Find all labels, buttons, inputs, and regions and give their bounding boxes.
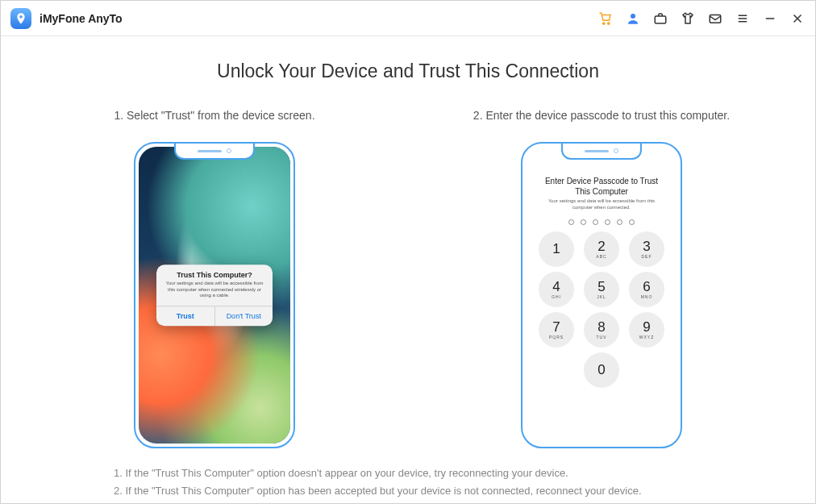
- minimize-button[interactable]: [762, 10, 778, 27]
- trust-button: Trust: [156, 306, 215, 326]
- passcode-screen: Enter Device Passcode to Trust This Comp…: [526, 147, 677, 444]
- trust-dialog: Trust This Computer? Your settings and d…: [156, 264, 273, 326]
- main-content: Unlock Your Device and Trust This Connec…: [1, 36, 815, 504]
- phone-notch: [174, 144, 255, 160]
- passcode-dots: [568, 219, 635, 225]
- mail-icon[interactable]: [707, 10, 723, 27]
- svg-point-0: [603, 22, 605, 23]
- user-icon[interactable]: [625, 10, 641, 27]
- page-title: Unlock Your Device and Trust This Connec…: [41, 60, 775, 82]
- svg-rect-4: [710, 15, 721, 23]
- svg-rect-3: [655, 16, 666, 23]
- key-7: 7PQRS: [539, 312, 574, 348]
- svg-point-2: [631, 14, 635, 19]
- step-2: 2. Enter the device passcode to trust th…: [464, 100, 739, 448]
- passcode-title: Enter Device Passcode to Trust This Comp…: [526, 176, 677, 197]
- svg-point-1: [608, 22, 610, 23]
- app-title: iMyFone AnyTo: [40, 12, 123, 25]
- key-9: 9WXYZ: [629, 312, 664, 348]
- passcode-message: Your settings and data will be accessibl…: [526, 197, 677, 211]
- menu-icon[interactable]: [735, 10, 751, 27]
- dialog-title: Trust This Computer?: [156, 264, 273, 281]
- phone-notch: [561, 144, 642, 160]
- key-2: 2ABC: [584, 231, 619, 267]
- key-3: 3DEF: [629, 231, 664, 267]
- note-2: 2. If the "Trust This Computer" option h…: [114, 482, 775, 500]
- key-5: 5JKL: [584, 272, 619, 307]
- key-0: 0: [584, 352, 619, 388]
- keypad: 1 2ABC 3DEF 4GHI 5JKL 6MNO 7PQRS 8TUV 9W…: [539, 231, 664, 388]
- briefcase-icon[interactable]: [652, 10, 668, 27]
- step-2-label: 2. Enter the device passcode to trust th…: [464, 100, 739, 131]
- titlebar: iMyFone AnyTo: [1, 1, 815, 36]
- key-4: 4GHI: [539, 272, 574, 307]
- phone-mockup-passcode: Enter Device Passcode to Trust This Comp…: [521, 142, 682, 448]
- key-6: 6MNO: [629, 272, 664, 307]
- titlebar-actions: [597, 10, 806, 27]
- note-1: 1. If the "Trust This Computer" option d…: [114, 464, 775, 482]
- steps-row: 1. Select "Trust" from the device screen…: [41, 100, 775, 448]
- close-button[interactable]: [789, 10, 806, 27]
- step-1: 1. Select "Trust" from the device screen…: [77, 100, 352, 448]
- key-8: 8TUV: [584, 312, 619, 348]
- shirt-icon[interactable]: [680, 10, 696, 27]
- phone-mockup-trust: Trust This Computer? Your settings and d…: [134, 142, 295, 448]
- step-1-label: 1. Select "Trust" from the device screen…: [77, 100, 352, 131]
- app-logo: [10, 8, 31, 29]
- dialog-message: Your settings and data will be accessibl…: [156, 281, 273, 306]
- key-1: 1: [539, 231, 574, 267]
- cart-icon[interactable]: [597, 10, 614, 27]
- footer-notes: 1. If the "Trust This Computer" option d…: [41, 464, 775, 500]
- dont-trust-button: Don't Trust: [215, 306, 273, 326]
